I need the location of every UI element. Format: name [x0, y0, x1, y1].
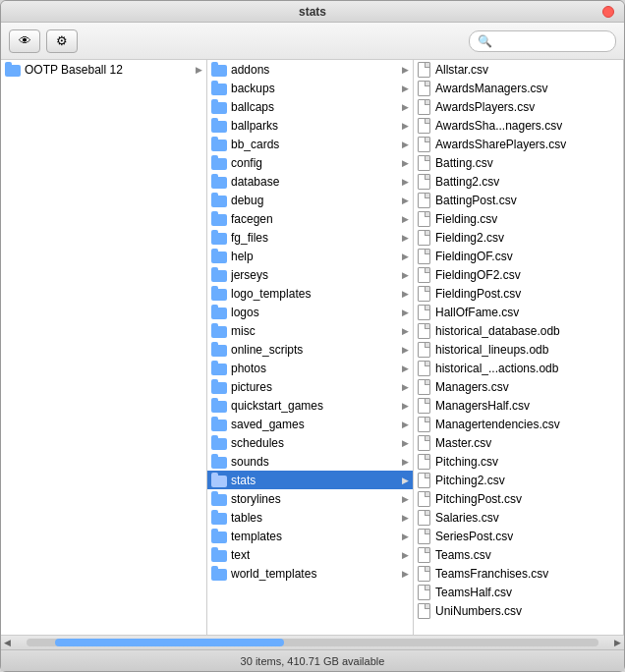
list-item[interactable]: Teams.csv: [414, 545, 623, 564]
list-item[interactable]: backups ▶: [207, 79, 413, 97]
list-item[interactable]: TeamsHalf.csv: [414, 583, 623, 601]
arrow-icon: ▶: [402, 65, 409, 75]
list-item[interactable]: FieldingOF.csv: [414, 247, 623, 265]
column-1: OOTP Baseball 12 ▶: [1, 60, 207, 635]
list-item[interactable]: AwardsSha...nagers.csv: [414, 116, 623, 135]
search-box[interactable]: 🔍: [469, 30, 616, 52]
list-item[interactable]: text ▶: [207, 545, 413, 564]
list-item[interactable]: historical_lineups.odb: [414, 340, 623, 359]
list-item[interactable]: ManagersHalf.csv: [414, 396, 623, 415]
item-label: PitchingPost.csv: [435, 492, 522, 506]
list-item[interactable]: quickstart_games ▶: [207, 396, 413, 415]
item-label: database: [231, 175, 279, 189]
scrollbar-thumb[interactable]: [55, 639, 284, 646]
item-label: schedules: [231, 436, 284, 450]
list-item[interactable]: facegen ▶: [207, 209, 413, 228]
list-item[interactable]: AwardsPlayers.csv: [414, 97, 623, 116]
list-item[interactable]: saved_games ▶: [207, 415, 413, 433]
list-item[interactable]: schedules ▶: [207, 433, 413, 452]
file-icon: [418, 211, 431, 227]
list-item[interactable]: addons ▶: [207, 60, 413, 79]
item-label: fg_files: [231, 231, 268, 245]
list-item[interactable]: database ▶: [207, 172, 413, 191]
list-item[interactable]: BattingPost.csv: [414, 191, 623, 209]
folder-icon: [211, 548, 227, 561]
list-item[interactable]: Pitching2.csv: [414, 471, 623, 489]
folder-icon: [211, 436, 227, 449]
item-label: debug: [231, 194, 263, 207]
list-item[interactable]: AwardsManagers.csv: [414, 79, 623, 97]
item-label: historical_lineups.odb: [435, 343, 548, 357]
gear-button[interactable]: ⚙: [46, 29, 78, 53]
list-item[interactable]: historical_database.odb: [414, 321, 623, 340]
list-item[interactable]: stats ▶: [207, 471, 413, 489]
list-item[interactable]: ballcaps ▶: [207, 97, 413, 116]
folder-icon: [211, 100, 227, 113]
list-item[interactable]: misc ▶: [207, 321, 413, 340]
scrollbar-area[interactable]: ◀ ▶: [1, 635, 624, 649]
list-item[interactable]: bb_cards ▶: [207, 135, 413, 153]
scroll-right-icon[interactable]: ▶: [614, 638, 621, 647]
list-item[interactable]: sounds ▶: [207, 452, 413, 471]
list-item[interactable]: help ▶: [207, 247, 413, 265]
arrow-icon: ▶: [402, 196, 409, 205]
list-item[interactable]: Master.csv: [414, 433, 623, 452]
list-item[interactable]: Batting.csv: [414, 153, 623, 172]
list-item[interactable]: Batting2.csv: [414, 172, 623, 191]
arrow-icon: ▶: [402, 308, 409, 317]
arrow-icon: ▶: [402, 420, 409, 429]
scrollbar-track[interactable]: [27, 639, 598, 646]
list-item[interactable]: Fielding.csv: [414, 209, 623, 228]
folder-icon: [211, 268, 227, 281]
list-item[interactable]: logos ▶: [207, 303, 413, 321]
title-bar: stats: [1, 1, 624, 23]
file-icon: [418, 342, 431, 358]
list-item[interactable]: tables ▶: [207, 508, 413, 527]
list-item[interactable]: PitchingPost.csv: [414, 489, 623, 508]
list-item[interactable]: Allstar.csv: [414, 60, 623, 79]
list-item[interactable]: jerseys ▶: [207, 265, 413, 284]
file-icon: [418, 62, 431, 78]
list-item[interactable]: UniNumbers.csv: [414, 601, 623, 620]
list-item[interactable]: storylines ▶: [207, 489, 413, 508]
list-item[interactable]: Managertendencies.csv: [414, 415, 623, 433]
list-item[interactable]: debug ▶: [207, 191, 413, 209]
list-item[interactable]: AwardsSharePlayers.csv: [414, 135, 623, 153]
arrow-icon: ▶: [402, 550, 409, 560]
list-item[interactable]: TeamsFranchises.csv: [414, 564, 623, 583]
item-label: tables: [231, 511, 262, 525]
folder-icon: [211, 474, 227, 486]
list-item[interactable]: online_scripts ▶: [207, 340, 413, 359]
arrow-icon: ▶: [402, 513, 409, 523]
eye-button[interactable]: 👁: [9, 29, 40, 53]
list-item[interactable]: world_templates ▶: [207, 564, 413, 583]
list-item[interactable]: ballparks ▶: [207, 116, 413, 135]
list-item[interactable]: logo_templates ▶: [207, 284, 413, 303]
folder-icon: [211, 511, 227, 524]
folder-icon: [211, 455, 227, 468]
file-icon: [418, 267, 431, 283]
list-item[interactable]: HallOfFame.csv: [414, 303, 623, 321]
list-item[interactable]: Salaries.csv: [414, 508, 623, 527]
list-item[interactable]: OOTP Baseball 12 ▶: [1, 60, 206, 79]
list-item[interactable]: FieldingPost.csv: [414, 284, 623, 303]
folder-icon: [211, 194, 227, 206]
item-label: Salaries.csv: [435, 511, 499, 525]
scroll-left-icon[interactable]: ◀: [4, 638, 11, 647]
list-item[interactable]: config ▶: [207, 153, 413, 172]
list-item[interactable]: Managers.csv: [414, 377, 623, 396]
list-item[interactable]: pictures ▶: [207, 377, 413, 396]
list-item[interactable]: historical_...actions.odb: [414, 359, 623, 377]
list-item[interactable]: FieldingOF2.csv: [414, 265, 623, 284]
item-label: logo_templates: [231, 287, 311, 301]
list-item[interactable]: fg_files ▶: [207, 228, 413, 247]
list-item[interactable]: templates ▶: [207, 527, 413, 545]
arrow-icon: ▶: [402, 438, 409, 448]
search-input[interactable]: [496, 35, 607, 47]
list-item[interactable]: Fielding2.csv: [414, 228, 623, 247]
list-item[interactable]: Pitching.csv: [414, 452, 623, 471]
item-label: Teams.csv: [435, 548, 491, 562]
list-item[interactable]: photos ▶: [207, 359, 413, 377]
close-button[interactable]: [602, 6, 614, 18]
list-item[interactable]: SeriesPost.csv: [414, 527, 623, 545]
